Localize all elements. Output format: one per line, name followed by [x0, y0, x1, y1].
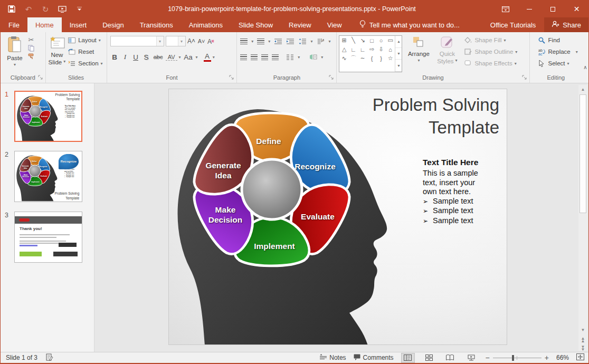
grow-font-icon[interactable]: A˄	[187, 37, 196, 45]
tab-view[interactable]: View	[319, 17, 350, 32]
shapes-gallery[interactable]: ⊞╲↘□○▭△∟∟⇨⇩⌂∿⌒∼{}☆ ▲ ▼ ▼	[339, 35, 402, 72]
tab-transitions[interactable]: Transitions	[132, 17, 181, 32]
tab-insert[interactable]: Insert	[62, 17, 95, 32]
tab-animations[interactable]: Animations	[181, 17, 231, 32]
font-dialog-launcher[interactable]	[229, 75, 235, 81]
shape-glyph[interactable]: ∟	[359, 46, 367, 53]
format-painter-icon[interactable]	[27, 52, 35, 61]
start-from-beginning-icon[interactable]	[58, 4, 67, 14]
scrollbar-thumb[interactable]	[580, 94, 586, 213]
petal-make-decision[interactable]	[19, 108, 34, 125]
new-slide-button[interactable]: New Slide▾	[48, 34, 66, 72]
slide-sorter-view-button[interactable]	[422, 353, 436, 363]
copy-icon[interactable]	[27, 44, 35, 52]
find-button[interactable]: Find	[536, 34, 581, 46]
spell-check-icon[interactable]	[46, 353, 53, 362]
fit-slide-to-window-button[interactable]	[576, 353, 584, 362]
align-left-icon[interactable]	[240, 54, 247, 60]
slide-title[interactable]: Problem Solving Template	[373, 93, 499, 139]
numbering-icon[interactable]	[257, 39, 264, 44]
ribbon-display-options-icon[interactable]	[493, 1, 517, 17]
tab-file[interactable]: File	[1, 17, 27, 32]
font-size-combobox[interactable]: ▾	[166, 36, 186, 46]
comments-button[interactable]: Comments	[354, 354, 394, 362]
cut-icon[interactable]: ✂	[27, 35, 35, 44]
shape-glyph[interactable]: ▭	[386, 37, 394, 44]
bullets-icon[interactable]	[240, 39, 248, 44]
replace-button[interactable]: abac Replace▾	[536, 46, 581, 58]
shape-glyph[interactable]: ☆	[386, 55, 394, 62]
shape-glyph[interactable]: ⌂	[386, 46, 394, 53]
slide-text-placeholder[interactable]: Text Title Here This is a sample text, i…	[65, 105, 81, 118]
shape-glyph[interactable]: ⇩	[377, 46, 385, 53]
petal-generate-idea[interactable]	[19, 98, 34, 115]
scroll-down-icon[interactable]: ▼	[581, 325, 585, 334]
align-right-icon[interactable]	[261, 54, 268, 60]
petal-generate-idea[interactable]	[18, 157, 34, 175]
line-spacing-icon[interactable]	[298, 37, 307, 45]
bold-button[interactable]: B	[110, 53, 119, 61]
arrange-button[interactable]: Arrange ▾	[405, 34, 432, 72]
next-slide-button[interactable]: ▼▼	[581, 346, 585, 351]
character-spacing-button[interactable]: AV	[166, 54, 177, 61]
petal-implement[interactable]	[28, 117, 43, 126]
justify-icon[interactable]	[272, 54, 279, 60]
petal-recognize[interactable]	[36, 157, 51, 175]
shape-glyph[interactable]: △	[340, 46, 348, 53]
underline-button[interactable]: U	[131, 53, 140, 61]
slide-1-editor[interactable]: DefineRecognizeEvaluateImplementMakeDeci…	[168, 89, 507, 345]
tab-review[interactable]: Review	[281, 17, 319, 32]
maximize-button[interactable]	[541, 1, 565, 17]
align-center-icon[interactable]	[251, 54, 258, 60]
zoom-slider-track[interactable]	[493, 358, 542, 358]
shrink-font-icon[interactable]: A˅	[197, 37, 206, 45]
collapse-ribbon-button[interactable]: ∧	[582, 32, 588, 83]
slide-thumbnail-3[interactable]: 3 Thank you!	[14, 212, 82, 263]
text-shadow-button[interactable]: S	[142, 53, 151, 61]
clear-formatting-icon[interactable]: A	[207, 37, 216, 45]
tab-home[interactable]: Home	[27, 17, 62, 32]
petal-evaluate[interactable]	[36, 167, 51, 185]
office-tutorials-link[interactable]: Office Tutorials	[482, 21, 544, 29]
petal-implement[interactable]	[27, 176, 42, 186]
strikethrough-button[interactable]: abc	[153, 54, 164, 60]
previous-slide-button[interactable]: ▲▲	[581, 337, 585, 342]
paste-button[interactable]: Paste ▾	[3, 34, 27, 72]
slide-text-placeholder[interactable]: Text Title Here This is a sample text, i…	[423, 158, 503, 226]
shape-glyph[interactable]: }	[377, 55, 385, 62]
slide-text-placeholder[interactable]: Text Title Here This is a sample text, i…	[64, 165, 80, 178]
paragraph-dialog-launcher[interactable]	[329, 75, 335, 81]
select-button[interactable]: Select▾	[536, 58, 581, 69]
head-silhouette[interactable]	[17, 95, 58, 141]
flower-center-circle[interactable]	[29, 165, 41, 177]
convert-smartart-icon[interactable]	[309, 53, 317, 61]
scroll-up-icon[interactable]: ▲	[581, 85, 585, 93]
drawing-dialog-launcher[interactable]	[522, 75, 528, 81]
shapes-scroll-down-icon[interactable]: ▼	[395, 48, 402, 60]
slide-counter[interactable]: Slide 1 of 3	[6, 354, 37, 361]
close-button[interactable]: ✕	[565, 1, 588, 17]
reset-button[interactable]: Reset	[66, 46, 104, 58]
shape-glyph[interactable]: ∿	[340, 55, 348, 62]
layout-button[interactable]: Layout▾	[66, 34, 104, 46]
columns-icon[interactable]	[286, 53, 294, 61]
text-direction-icon[interactable]: A	[316, 37, 325, 45]
shape-glyph[interactable]: ⌒	[349, 54, 357, 62]
petal-evaluate[interactable]	[36, 108, 52, 125]
tab-design[interactable]: Design	[94, 17, 131, 32]
shape-glyph[interactable]: {	[368, 55, 376, 62]
shapes-scroll-up-icon[interactable]: ▲	[395, 36, 402, 48]
change-case-button[interactable]: Aa	[183, 53, 194, 61]
normal-view-button[interactable]	[401, 353, 415, 363]
quick-styles-button[interactable]: Quick Styles▾	[435, 34, 459, 72]
head-silhouette[interactable]	[16, 155, 57, 201]
notes-button[interactable]: Notes	[320, 354, 346, 361]
shapes-more-icon[interactable]: ▼	[395, 60, 402, 72]
petal-define[interactable]	[28, 97, 43, 106]
shape-glyph[interactable]: ⇨	[368, 46, 376, 53]
shape-glyph[interactable]: ∼	[359, 55, 367, 62]
slide-title[interactable]: Problem Solving Template	[55, 93, 80, 102]
slide-thumbnail-2[interactable]: 2 DefineRecognizeEvaluateImplementMakeDe…	[14, 151, 82, 202]
tell-me-box[interactable]: Tell me what you want to do...	[359, 17, 460, 32]
shape-glyph[interactable]: ∟	[349, 46, 357, 53]
